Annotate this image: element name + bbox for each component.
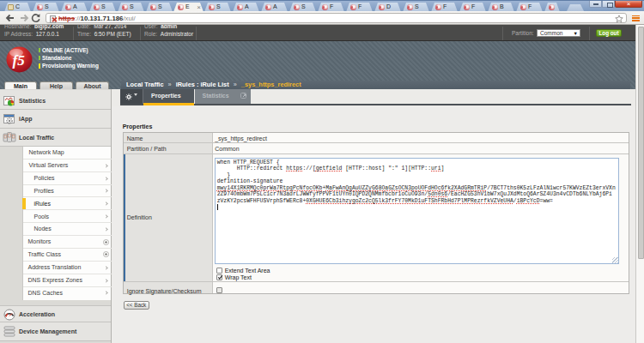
svg-text:f5: f5 — [13, 52, 26, 69]
